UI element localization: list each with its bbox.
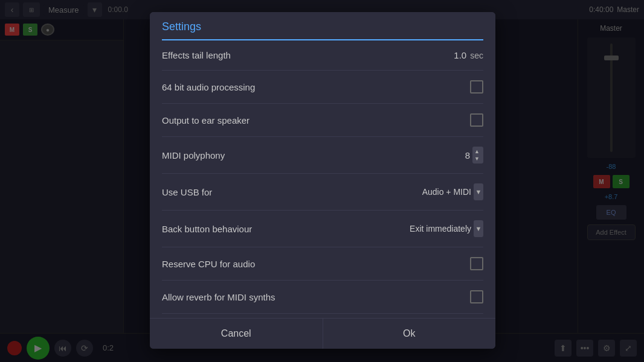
back-button-arrow[interactable]: ▼ — [474, 220, 483, 237]
effects-tail-control: 1.0 sec — [442, 50, 483, 60]
ear-speaker-label: Output to ear speaker — [162, 115, 250, 125]
effects-tail-value: 1.0 — [442, 50, 466, 60]
setting-row-ear-speaker: Output to ear speaker — [162, 104, 483, 137]
usb-control: Audio + MIDI ▼ — [422, 183, 483, 200]
midi-value-row: 8 ▲ ▼ — [452, 147, 483, 164]
usb-dropdown-arrow[interactable]: ▼ — [474, 183, 483, 200]
ear-speaker-checkbox[interactable] — [470, 113, 483, 127]
settings-dialog: Settings Effects tail length 1.0 sec 64 … — [150, 12, 495, 349]
64bit-control — [470, 80, 483, 94]
ok-button[interactable]: Ok — [323, 319, 496, 349]
reverb-label: Allow reverb for MIDI synths — [162, 292, 275, 302]
setting-row-effects-tail: Effects tail length 1.0 sec — [162, 40, 483, 71]
dialog-body: Effects tail length 1.0 sec 64 bit audio… — [150, 40, 495, 318]
report-row: Report an issue with the app — [162, 314, 483, 318]
setting-row-64bit: 64 bit audio processing — [162, 71, 483, 104]
setting-row-midi-poly: MIDI polyphony 8 ▲ ▼ — [162, 137, 483, 174]
effects-tail-label: Effects tail length — [162, 50, 231, 60]
midi-poly-spinner[interactable]: ▲ ▼ — [472, 147, 483, 164]
reverb-checkbox[interactable] — [470, 290, 483, 303]
back-button-value: Exit immediately — [410, 224, 471, 233]
midi-poly-label: MIDI polyphony — [162, 150, 225, 160]
reverb-control — [470, 290, 483, 303]
setting-row-back-button: Back button behaviour Exit immediately ▼ — [162, 211, 483, 247]
cpu-label: Reserve CPU for audio — [162, 259, 255, 269]
64bit-checkbox[interactable] — [470, 80, 483, 94]
effects-tail-unit: sec — [470, 51, 483, 60]
ear-speaker-control — [470, 113, 483, 127]
cancel-button[interactable]: Cancel — [150, 319, 323, 349]
setting-row-reverb: Allow reverb for MIDI synths — [162, 281, 483, 314]
setting-row-cpu: Reserve CPU for audio — [162, 247, 483, 281]
cpu-checkbox[interactable] — [470, 257, 483, 270]
midi-poly-value: 8 — [452, 150, 470, 160]
setting-row-usb: Use USB for Audio + MIDI ▼ — [162, 174, 483, 211]
usb-label: Use USB for — [162, 187, 212, 197]
cpu-control — [470, 257, 483, 270]
back-button-control: Exit immediately ▼ — [410, 220, 483, 237]
midi-poly-control: 8 ▲ ▼ — [452, 147, 483, 164]
dialog-footer: Cancel Ok — [150, 318, 495, 349]
64bit-label: 64 bit audio processing — [162, 82, 255, 92]
dialog-header: Settings — [150, 12, 495, 40]
back-button-label: Back button behaviour — [162, 224, 252, 234]
dialog-title: Settings — [162, 21, 483, 33]
usb-dropdown-value: Audio + MIDI — [422, 187, 471, 197]
